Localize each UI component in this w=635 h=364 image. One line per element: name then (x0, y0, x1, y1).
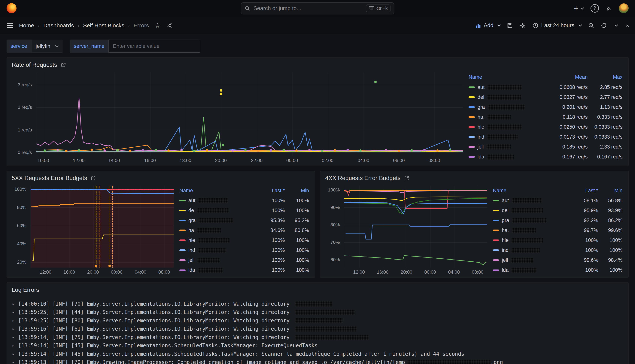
legend-column-header[interactable]: Name (468, 74, 542, 80)
legend-row[interactable]: ha84.6%80.8% (179, 226, 309, 235)
legend-row[interactable]: hle100%100% (493, 235, 622, 245)
legend-row[interactable]: de100%100% (179, 206, 309, 216)
expand-icon[interactable]: ▸ (12, 343, 15, 348)
series-name[interactable]: aut (493, 198, 568, 204)
legend-row[interactable]: jell0.185 req/s2.33 req/s (468, 142, 622, 152)
grafana-logo[interactable] (7, 3, 17, 13)
mega-menu-toggle[interactable] (7, 23, 14, 28)
chart-plot[interactable] (344, 186, 487, 268)
external-link-icon[interactable] (91, 176, 96, 181)
series-name[interactable]: hle (179, 238, 255, 243)
expand-icon[interactable]: ▸ (12, 352, 15, 356)
legend-row[interactable]: aut58.1%56.8% (493, 196, 622, 206)
series-name[interactable]: del (493, 208, 568, 214)
legend-row[interactable]: lda100%100% (179, 265, 309, 275)
series-name[interactable]: lda (468, 154, 542, 160)
share-button[interactable] (166, 22, 172, 28)
time-range-picker[interactable]: Last 24 hours (532, 22, 582, 28)
series-name[interactable]: del (468, 94, 542, 100)
legend-row[interactable]: ind100%100% (179, 245, 309, 255)
series-name[interactable]: ind (493, 247, 568, 253)
expand-icon[interactable]: ▸ (12, 360, 15, 364)
add-panel-button[interactable]: Add (475, 22, 500, 28)
log-line[interactable]: ▸[13:59:25] [INF] [44] Emby.Server.Imple… (11, 308, 624, 316)
log-line[interactable]: ▸[13:59:16] [INF] [61] Emby.Server.Imple… (11, 325, 624, 333)
legend-row[interactable]: ha.0.118 req/s0.333 req/s (468, 112, 622, 122)
legend-row[interactable]: jell99.6%98.4% (493, 255, 622, 265)
legend-row[interactable]: gra95.3%95.2% (179, 216, 309, 226)
zoom-out-button[interactable] (588, 22, 594, 28)
breadcrumb-item-errors[interactable]: Errors (133, 22, 149, 29)
legend-row[interactable]: jell100%100% (179, 255, 309, 265)
panel-title[interactable]: Rate of Requests (12, 62, 57, 68)
user-avatar[interactable] (619, 4, 628, 13)
breadcrumb-item-self-host-blocks[interactable]: Self Host Blocks (83, 22, 124, 29)
panel-title[interactable]: 4XX Requests Error Budgets (325, 175, 401, 182)
help-button[interactable]: ? (590, 4, 599, 12)
series-name[interactable]: hle (468, 124, 542, 130)
legend-column-header[interactable]: Last * (255, 188, 285, 194)
legend-column-header[interactable]: Min (598, 188, 622, 194)
legend-column-header[interactable]: Min (285, 188, 309, 194)
series-name[interactable]: ha. (493, 228, 568, 233)
refresh-button[interactable] (601, 22, 607, 28)
legend-row[interactable]: lda0.167 req/s0.167 req/s (468, 152, 622, 162)
log-line[interactable]: ▸[13:59:25] [INF] [80] Emby.Server.Imple… (11, 316, 624, 324)
legend-column-header[interactable]: Name (493, 188, 568, 194)
external-link-icon[interactable] (61, 62, 66, 68)
save-dashboard-button[interactable] (507, 22, 513, 28)
series-name[interactable]: ind (468, 134, 542, 140)
log-line[interactable]: ▸[14:00:10] [INF] [70] Emby.Server.Imple… (11, 300, 624, 308)
series-name[interactable]: hle (493, 238, 568, 243)
legend-row[interactable]: aut100%100% (179, 196, 309, 206)
refresh-interval-button[interactable] (613, 24, 618, 27)
expand-icon[interactable]: ▸ (12, 310, 15, 314)
series-name[interactable]: jell (179, 257, 255, 263)
variable-input-server-name[interactable] (109, 40, 200, 52)
log-line[interactable]: ▸[13:59:14] [INF] [45] Emby.Server.Imple… (11, 350, 624, 358)
panel-title[interactable]: Log Errors (12, 286, 39, 293)
series-name[interactable]: ha. (468, 114, 542, 120)
new-menu-button[interactable]: + (574, 4, 583, 12)
legend-row[interactable]: ha.99.7%99.6% (493, 226, 622, 235)
legend-row[interactable]: del95.9%93.9% (493, 206, 622, 216)
legend-row[interactable]: gra92.2%86.2% (493, 216, 622, 226)
panel-title[interactable]: 5XX Requests Error Budgets (12, 175, 87, 182)
log-line[interactable]: ▸[13:59:13] [INF] [70] Emby.Drawing.Imag… (11, 358, 624, 364)
log-line[interactable]: ▸[13:59:14] [INF] [45] Emby.Server.Imple… (11, 342, 624, 350)
series-name[interactable]: aut (468, 84, 542, 90)
legend-row[interactable]: ind0.0173 req/s0.0333 req/s (468, 132, 622, 142)
series-name[interactable]: ind (179, 247, 255, 253)
legend-row[interactable]: hle100%100% (179, 235, 309, 245)
search-input[interactable]: Search or jump to... ctrl+k (241, 2, 394, 14)
series-name[interactable]: jell (468, 144, 542, 150)
series-name[interactable]: aut (179, 198, 255, 204)
dashboard-settings-button[interactable] (519, 22, 526, 29)
expand-icon[interactable]: ▸ (12, 318, 15, 323)
legend-row[interactable]: lda100%100% (493, 265, 622, 275)
chart-plot[interactable] (36, 72, 463, 156)
favorite-button[interactable]: ☆ (155, 22, 161, 29)
external-link-icon[interactable] (404, 176, 409, 181)
legend-row[interactable]: hle0.0250 req/s0.0333 req/s (468, 122, 622, 132)
legend-column-header[interactable]: Mean (542, 74, 588, 80)
legend-row[interactable]: aut0.0608 req/s2.85 req/s (468, 82, 622, 92)
legend-row[interactable]: del0.0327 req/s2.77 req/s (468, 92, 622, 102)
series-name[interactable]: jell (493, 257, 568, 263)
legend-row[interactable]: ind100%100% (493, 245, 622, 255)
series-name[interactable]: lda (179, 267, 255, 273)
news-button[interactable] (606, 5, 612, 11)
series-name[interactable]: gra (493, 218, 568, 223)
breadcrumb-item-home[interactable]: Home (19, 22, 34, 29)
legend-column-header[interactable]: Last * (568, 188, 598, 194)
breadcrumb-item-dashboards[interactable]: Dashboards (43, 22, 74, 29)
legend-column-header[interactable]: Name (179, 188, 255, 194)
expand-icon[interactable]: ▸ (12, 326, 15, 331)
expand-icon[interactable]: ▸ (12, 335, 15, 340)
series-name[interactable]: de (179, 208, 255, 214)
legend-column-header[interactable]: Max (588, 74, 622, 80)
series-name[interactable]: gra (468, 104, 542, 110)
series-name[interactable]: lda (493, 267, 568, 273)
log-line[interactable]: ▸[13:59:14] [INF] [75] Emby.Server.Imple… (11, 333, 624, 341)
variable-select-service[interactable]: jellyfin (31, 40, 63, 52)
